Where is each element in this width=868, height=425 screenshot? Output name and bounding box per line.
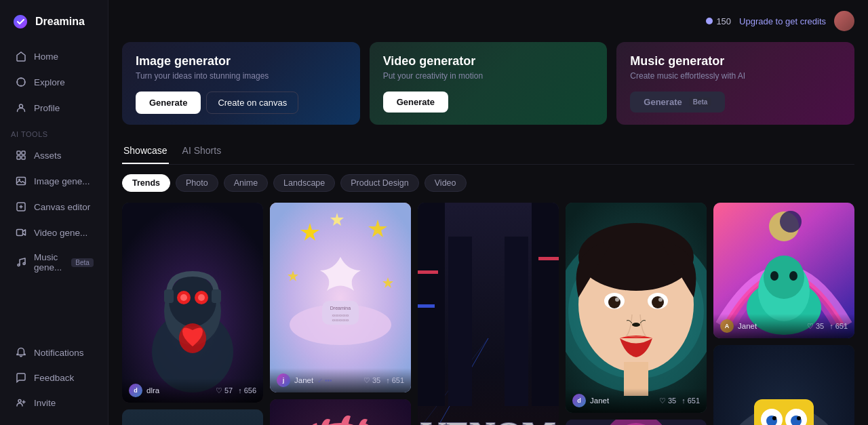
image-generate-button[interactable]: Generate bbox=[136, 92, 201, 114]
sidebar-item-image-gen-label: Image gene... bbox=[34, 176, 90, 186]
sidebar-bottom: Notifications Feedback Invite bbox=[0, 340, 108, 416]
main-content: 150 Upgrade to get credits Image generat… bbox=[108, 0, 868, 425]
image-gen-subtitle: Turn your ideas into stunning images bbox=[136, 71, 347, 81]
sidebar-item-invite-label: Invite bbox=[34, 398, 56, 408]
credits-area: 150 Upgrade to get credits bbox=[706, 11, 854, 31]
user-avatar-dlra-2: d bbox=[572, 394, 586, 407]
gallery-item-face[interactable]: d Janet ♡ 35 ↑ 651 bbox=[566, 203, 707, 413]
sidebar-item-profile[interactable]: Profile bbox=[4, 96, 104, 120]
sidebar-item-notifications-label: Notifications bbox=[34, 348, 84, 358]
gallery-item-robot-overlay: d dlra ♡ 57 ↑ 656 bbox=[122, 378, 263, 403]
video-gen-buttons: Generate bbox=[383, 92, 594, 113]
gallery: d dlra ♡ 57 ↑ 656 bbox=[122, 203, 854, 425]
sidebar-item-video-gen[interactable]: Video gene... bbox=[4, 220, 104, 245]
music-gen-beta-badge: Beta bbox=[689, 98, 712, 106]
sidebar-item-feedback[interactable]: Feedback bbox=[4, 365, 104, 390]
gallery-stats-star: ♡ 35 ↑ 651 bbox=[363, 376, 404, 385]
music-gen-buttons: Generate Beta bbox=[630, 92, 841, 113]
tab-showcase[interactable]: Showcase bbox=[122, 141, 169, 164]
svg-rect-24 bbox=[122, 409, 263, 425]
gallery-col-3: VENOM J jan ♡ 34 bbox=[418, 203, 559, 425]
svg-text:xxxxxxxxxx: xxxxxxxxxx bbox=[332, 313, 350, 317]
generator-cards: Image generator Turn your ideas into stu… bbox=[122, 42, 854, 125]
invite-icon bbox=[15, 397, 27, 409]
gallery-item-sponge[interactable] bbox=[713, 345, 854, 425]
svg-point-0 bbox=[17, 78, 25, 86]
profile-icon bbox=[15, 102, 27, 114]
sidebar-item-profile-label: Profile bbox=[34, 103, 60, 113]
filter-landscape[interactable]: Landscape bbox=[273, 174, 335, 192]
gallery-item-face-overlay: d Janet ♡ 35 ↑ 651 bbox=[566, 388, 707, 413]
gallery-item-city-bottom[interactable] bbox=[122, 409, 263, 425]
anime-girl-artwork bbox=[270, 399, 411, 425]
likes-face: ♡ 35 bbox=[659, 397, 676, 405]
gallery-item-surreal[interactable]: A Janet ♡ 35 ↑ 651 bbox=[713, 203, 854, 338]
filter-trends[interactable]: Trends bbox=[122, 174, 170, 192]
filter-photo[interactable]: Photo bbox=[176, 174, 218, 192]
sidebar-item-canvas[interactable]: Canvas editor bbox=[4, 195, 104, 219]
gallery-item-partial-4[interactable] bbox=[566, 420, 707, 425]
gallery-stats-face: ♡ 35 ↑ 651 bbox=[659, 397, 700, 405]
svg-rect-69 bbox=[538, 257, 559, 260]
likes-surreal: ♡ 35 bbox=[807, 322, 824, 331]
video-generate-button[interactable]: Generate bbox=[383, 92, 448, 113]
music-generator-card: Music generator Create music effortlessl… bbox=[616, 42, 854, 125]
filter-video[interactable]: Video bbox=[425, 174, 467, 192]
svg-rect-52 bbox=[270, 399, 411, 425]
svg-point-83 bbox=[658, 298, 663, 302]
sidebar-item-explore[interactable]: Explore bbox=[4, 70, 104, 94]
svg-point-1 bbox=[20, 104, 23, 108]
gallery-item-venom[interactable]: VENOM J jan ♡ 34 bbox=[418, 203, 559, 425]
gallery-item-star[interactable]: Dreamina xxxxxxxxxx xxxxxxxxxx j Janet ✓… bbox=[270, 203, 411, 392]
sidebar-item-image-gen[interactable]: Image gene... bbox=[4, 169, 104, 193]
shares-star: ↑ 651 bbox=[386, 376, 404, 384]
svg-rect-9 bbox=[17, 230, 23, 236]
logo[interactable]: Dreamina bbox=[0, 9, 108, 43]
upgrade-link[interactable]: Upgrade to get credits bbox=[739, 16, 826, 26]
showcase-tabs: Showcase AI Shorts bbox=[122, 141, 854, 165]
gallery-col-5: A Janet ♡ 35 ↑ 651 bbox=[713, 203, 854, 425]
image-gen-title: Image generator bbox=[136, 54, 347, 68]
tab-ai-shorts[interactable]: AI Shorts bbox=[181, 141, 223, 164]
partial-artwork-4 bbox=[566, 420, 707, 425]
sidebar-item-home-label: Home bbox=[34, 52, 58, 62]
assets-icon bbox=[15, 149, 27, 161]
sidebar-item-invite[interactable]: Invite bbox=[4, 390, 104, 415]
username-ana: Janet bbox=[738, 322, 757, 330]
user-avatar-dlra-1: d bbox=[129, 384, 142, 397]
svg-text:VENOM: VENOM bbox=[420, 416, 555, 425]
bell-icon bbox=[15, 346, 27, 359]
filter-anime[interactable]: Anime bbox=[224, 174, 268, 192]
music-gen-icon bbox=[15, 256, 27, 268]
explore-icon bbox=[15, 76, 27, 88]
filter-pills: Trends Photo Anime Landscape Product Des… bbox=[122, 174, 854, 192]
svg-rect-64 bbox=[532, 203, 559, 406]
logo-text: Dreamina bbox=[35, 16, 85, 28]
username-dlra-2: Janet bbox=[590, 397, 609, 405]
robot-artwork bbox=[122, 203, 263, 403]
gallery-item-anime-girl[interactable] bbox=[270, 399, 411, 425]
sidebar-item-assets[interactable]: Assets bbox=[4, 143, 104, 167]
video-gen-subtitle: Put your creativity in motion bbox=[383, 71, 594, 81]
sidebar-item-music-gen[interactable]: Music gene... Beta bbox=[4, 246, 104, 279]
video-gen-icon bbox=[15, 226, 27, 239]
sidebar-item-home[interactable]: Home bbox=[4, 44, 104, 68]
svg-rect-41 bbox=[270, 203, 411, 392]
svg-text:xxxxxxxxxx: xxxxxxxxxx bbox=[332, 318, 350, 322]
gallery-item-robot[interactable]: d dlra ♡ 57 ↑ 656 bbox=[122, 203, 263, 403]
filter-product-design[interactable]: Product Design bbox=[340, 174, 418, 192]
image-gen-icon bbox=[15, 175, 27, 187]
create-canvas-button[interactable]: Create on canvas bbox=[206, 92, 298, 114]
svg-point-12 bbox=[18, 400, 21, 403]
svg-rect-68 bbox=[418, 304, 435, 308]
sidebar-item-notifications[interactable]: Notifications bbox=[4, 340, 104, 365]
music-generate-button[interactable]: Generate Beta bbox=[630, 92, 725, 113]
image-generator-card: Image generator Turn your ideas into stu… bbox=[122, 42, 360, 125]
likes-star: ♡ 35 bbox=[363, 376, 380, 385]
user-avatar-jan: j bbox=[277, 373, 290, 387]
video-generator-card: Video generator Put your creativity in m… bbox=[370, 42, 608, 125]
sidebar-item-explore-label: Explore bbox=[34, 77, 65, 87]
svg-rect-21 bbox=[164, 289, 174, 303]
shares-surreal: ↑ 651 bbox=[829, 322, 848, 330]
avatar[interactable] bbox=[834, 11, 854, 31]
